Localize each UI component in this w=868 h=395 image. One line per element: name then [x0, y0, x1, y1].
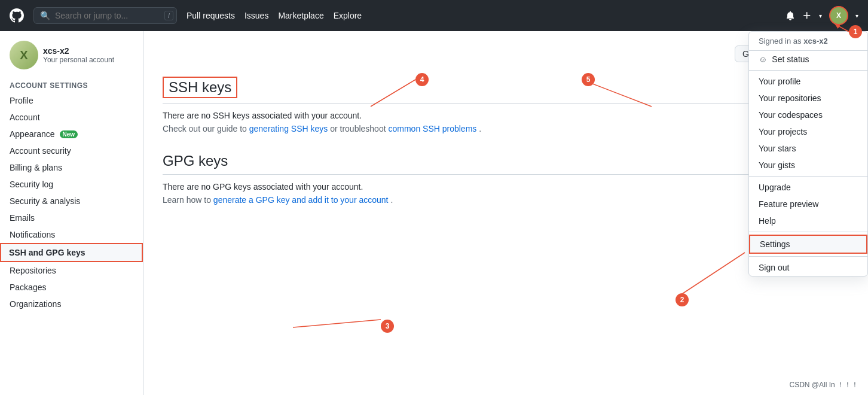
- sidebar-subtitle: Your personal account: [43, 56, 114, 64]
- ssh-section-header: SSH keys New SSH key: [163, 77, 849, 104]
- search-box[interactable]: 🔍 /: [33, 7, 177, 24]
- search-icon: 🔍: [40, 11, 50, 20]
- dropdown-divider-3: [749, 232, 867, 232]
- sidebar-item-appearance[interactable]: Appearance New: [0, 126, 143, 142]
- ssh-helper-text: Check out our guide to generating SSH ke…: [163, 124, 849, 133]
- topnav-right: ▾ X ▾: [786, 6, 858, 25]
- sidebar-item-label: Account security: [10, 146, 71, 156]
- sidebar-item-label: Billing & plans: [10, 163, 62, 172]
- topnav: 🔍 / Pull requests Issues Marketplace Exp…: [0, 0, 868, 31]
- gpg-helper-text: Learn how to generate a GPG key and add …: [163, 195, 849, 205]
- avatar: X: [10, 41, 38, 69]
- user-dropdown-menu: Signed in as xcs-x2 ☺ Set status Your pr…: [748, 31, 868, 276]
- avatar-dropdown-chevron: ▾: [855, 13, 858, 19]
- sidebar-item-label: Security & analysis: [10, 196, 80, 206]
- ssh-section-title: SSH keys: [163, 77, 237, 98]
- ssh-empty-text: There are no SSH keys associated with yo…: [163, 111, 849, 120]
- dropdown-divider-2: [749, 176, 867, 177]
- generate-gpg-key-link[interactable]: generate a GPG key and add it to your ac…: [213, 195, 389, 205]
- dropdown-help[interactable]: Help: [749, 212, 867, 229]
- page-container: X xcs-x2 Your personal account Account s…: [0, 31, 868, 395]
- sidebar-user-info: xcs-x2 Your personal account: [43, 46, 114, 64]
- sidebar-item-organizations[interactable]: Organizations: [0, 296, 143, 312]
- sidebar-item-ssh-gpg[interactable]: SSH and GPG keys: [0, 243, 143, 262]
- gpg-section-title: GPG keys: [163, 153, 228, 169]
- dropdown-your-repositories[interactable]: Your repositories: [749, 90, 867, 107]
- user-avatar-button[interactable]: X: [829, 6, 848, 25]
- notifications-bell-icon[interactable]: [786, 11, 795, 20]
- dropdown-your-projects[interactable]: Your projects: [749, 123, 867, 140]
- sidebar-username: xcs-x2: [43, 46, 114, 56]
- sidebar-item-account[interactable]: Account: [0, 109, 143, 126]
- github-logo-icon: [10, 8, 24, 23]
- sidebar-item-label: Packages: [10, 282, 46, 292]
- new-badge: New: [60, 130, 78, 138]
- dropdown-settings[interactable]: Settings: [749, 235, 867, 254]
- issues-link[interactable]: Issues: [244, 11, 268, 20]
- sidebar-item-label: SSH and GPG keys: [9, 248, 85, 257]
- dropdown-your-gists[interactable]: Your gists: [749, 157, 867, 174]
- dropdown-set-status[interactable]: ☺ Set status: [749, 51, 867, 68]
- sidebar-item-label: Repositories: [10, 266, 56, 275]
- search-shortcut: /: [164, 11, 173, 20]
- sidebar: X xcs-x2 Your personal account Account s…: [0, 31, 143, 395]
- add-dropdown-icon: ▾: [819, 13, 822, 19]
- sidebar-item-label: Notifications: [10, 230, 55, 239]
- watermark: CSDN @All In ！！！: [789, 380, 858, 390]
- sidebar-item-profile[interactable]: Profile: [0, 92, 143, 109]
- sidebar-item-emails[interactable]: Emails: [0, 209, 143, 226]
- dropdown-your-stars[interactable]: Your stars: [749, 140, 867, 157]
- pull-requests-link[interactable]: Pull requests: [187, 11, 235, 20]
- dropdown-signed-in-header: Signed in as xcs-x2: [749, 32, 867, 51]
- sidebar-item-billing[interactable]: Billing & plans: [0, 159, 143, 176]
- gpg-empty-text: There are no GPG keys associated with yo…: [163, 182, 849, 192]
- sidebar-user-area: X xcs-x2 Your personal account: [0, 41, 143, 77]
- sidebar-item-repositories[interactable]: Repositories: [0, 262, 143, 279]
- sidebar-item-security-log[interactable]: Security log: [0, 176, 143, 193]
- sidebar-item-label: Profile: [10, 96, 33, 105]
- topnav-links: Pull requests Issues Marketplace Explore: [187, 11, 362, 20]
- profile-header: Go to your personal profile: [163, 45, 849, 62]
- common-ssh-problems-link[interactable]: common SSH problems: [388, 124, 476, 133]
- dropdown-divider-1: [749, 70, 867, 71]
- explore-link[interactable]: Explore: [334, 11, 362, 20]
- sidebar-item-label: Appearance: [10, 129, 55, 139]
- dropdown-sign-out[interactable]: Sign out: [749, 259, 867, 276]
- sidebar-item-security-analysis[interactable]: Security & analysis: [0, 193, 143, 209]
- sidebar-item-label: Emails: [10, 213, 35, 223]
- sidebar-item-label: Organizations: [10, 299, 61, 309]
- smiley-icon: ☺: [759, 54, 767, 64]
- dropdown-your-codespaces[interactable]: Your codespaces: [749, 107, 867, 123]
- sidebar-item-notifications[interactable]: Notifications: [0, 226, 143, 243]
- gpg-keys-section: GPG keys New GPG key There are no GPG ke…: [163, 153, 849, 205]
- sidebar-section-title: Account settings: [0, 77, 143, 92]
- dropdown-your-profile[interactable]: Your profile: [749, 73, 867, 90]
- add-new-icon[interactable]: [802, 11, 812, 20]
- marketplace-link[interactable]: Marketplace: [278, 11, 323, 20]
- sidebar-item-packages[interactable]: Packages: [0, 279, 143, 296]
- sidebar-item-label: Account: [10, 113, 40, 122]
- dropdown-divider-4: [749, 256, 867, 257]
- generating-ssh-keys-link[interactable]: generating SSH keys: [249, 124, 328, 133]
- ssh-keys-section: SSH keys New SSH key There are no SSH ke…: [163, 77, 849, 133]
- sidebar-item-label: Security log: [10, 180, 53, 189]
- search-input[interactable]: [55, 11, 160, 20]
- dropdown-upgrade[interactable]: Upgrade: [749, 179, 867, 196]
- gpg-section-header: GPG keys New GPG key: [163, 153, 849, 175]
- sidebar-item-account-security[interactable]: Account security: [0, 142, 143, 159]
- dropdown-feature-preview[interactable]: Feature preview: [749, 196, 867, 212]
